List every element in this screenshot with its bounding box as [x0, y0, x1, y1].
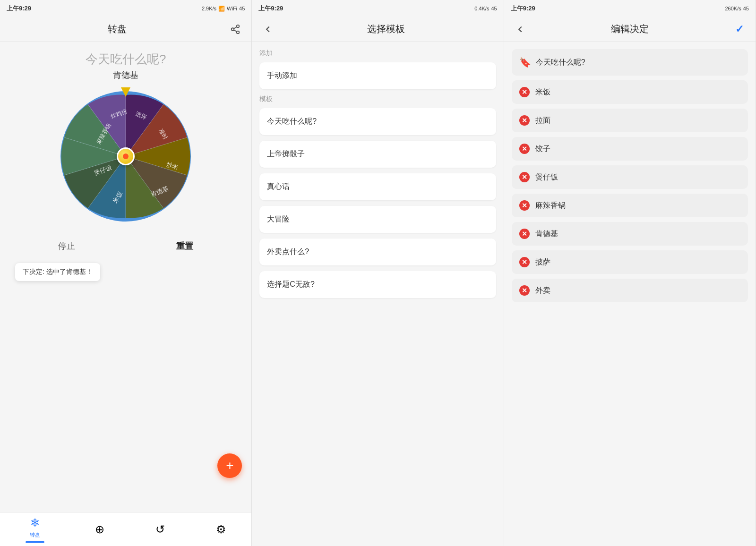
- status-icons-3: 260K/s 45: [725, 6, 749, 11]
- spin-wheel[interactable]: 煲仔饭 麻辣香锅 炸鸡排 选择 准时 炒米 肯德基 米饭: [60, 90, 192, 222]
- svg-point-0: [237, 25, 240, 27]
- svg-line-4: [234, 26, 237, 28]
- status-bar-1: 上午9:29 2.9K/s 📶 WiFi 45: [0, 0, 251, 17]
- appbar-title-2: 选择模板: [276, 23, 496, 35]
- status-time-3: 上午9:29: [511, 4, 535, 13]
- templates-section-label: 模板: [259, 95, 496, 103]
- wheel-pointer-top: [121, 87, 130, 97]
- template-card-1[interactable]: 上帝掷骰子: [259, 141, 496, 168]
- wheel-title: 今天吃什么呢?: [86, 51, 166, 68]
- edit-item-7[interactable]: ✕ 外卖: [512, 279, 748, 302]
- appbar-3: 编辑决定 ✓: [504, 17, 756, 42]
- status-bar-2: 上午9:29 0.4K/s 45: [252, 0, 503, 17]
- edit-item-label-3: 煲仔饭: [535, 172, 558, 182]
- add-nav-icon: ⊕: [95, 523, 104, 536]
- edit-item-6[interactable]: ✕ 披萨: [512, 250, 748, 274]
- nav-item-history[interactable]: ↺: [148, 520, 172, 539]
- status-icons-2: 0.4K/s 45: [474, 6, 497, 11]
- panel-wheel: 上午9:29 2.9K/s 📶 WiFi 45 转盘 今天吃什么呢? 肯德基: [0, 0, 252, 546]
- back-button-3[interactable]: [512, 21, 529, 38]
- manual-add-card[interactable]: 手动添加: [259, 62, 496, 89]
- template-content: 添加 手动添加 模板 今天吃什么呢? 上帝掷骰子 真心话 大冒险 外卖点什么? …: [252, 42, 503, 546]
- delete-icon-3[interactable]: ✕: [519, 172, 530, 182]
- edit-item-label-4: 麻辣香锅: [535, 201, 566, 211]
- reset-button[interactable]: 重置: [162, 237, 207, 256]
- svg-point-2: [237, 31, 240, 34]
- panel-template: 上午9:29 0.4K/s 45 选择模板 添加 手动添加 模板 今天吃什么呢?…: [252, 0, 504, 546]
- settings-nav-icon: ⚙: [216, 523, 226, 536]
- delete-icon-4[interactable]: ✕: [519, 200, 530, 211]
- status-icons-1: 2.9K/s 📶 WiFi 45: [202, 6, 245, 12]
- delete-icon-7[interactable]: ✕: [519, 285, 530, 296]
- bookmark-icon: 🔖: [519, 57, 531, 68]
- wheel-center-dot: [123, 154, 129, 159]
- edit-item-4[interactable]: ✕ 麻辣香锅: [512, 194, 748, 217]
- network-speed-1: 2.9K/s: [202, 6, 216, 11]
- template-card-4[interactable]: 外卖点什么?: [259, 239, 496, 265]
- nav-item-wheel[interactable]: ❄ 转盘: [18, 513, 52, 546]
- edit-item-label-5: 肯德基: [535, 229, 558, 239]
- battery-3: 45: [743, 6, 749, 11]
- svg-line-3: [234, 30, 237, 32]
- add-fab[interactable]: +: [217, 453, 242, 478]
- battery-1: 45: [239, 6, 245, 11]
- edit-item-label-7: 外卖: [535, 286, 550, 296]
- wheel-content: 今天吃什么呢? 肯德基: [0, 42, 251, 512]
- template-card-3[interactable]: 大冒险: [259, 206, 496, 233]
- template-card-5[interactable]: 选择题C无敌?: [259, 271, 496, 298]
- share-button[interactable]: [227, 21, 244, 38]
- confirm-button[interactable]: ✓: [731, 21, 748, 38]
- delete-icon-0[interactable]: ✕: [519, 87, 530, 97]
- add-section-label: 添加: [259, 49, 496, 58]
- status-bar-3: 上午9:29 260K/s 45: [504, 0, 756, 17]
- edit-item-label-0: 米饭: [535, 87, 550, 97]
- wheel-nav-label: 转盘: [30, 531, 40, 538]
- edit-item-3[interactable]: ✕ 煲仔饭: [512, 165, 748, 189]
- delete-icon-5[interactable]: ✕: [519, 229, 530, 239]
- back-button-2[interactable]: [259, 21, 276, 38]
- edit-header-label: 今天吃什么呢?: [536, 58, 585, 68]
- panel-edit: 上午9:29 260K/s 45 编辑决定 ✓ 🔖 今天吃什么呢? ✕ 米饭 ✕…: [504, 0, 756, 546]
- delete-icon-2[interactable]: ✕: [519, 144, 530, 154]
- network-speed-2: 0.4K/s: [474, 6, 489, 11]
- wheel-buttons: 停止 重置: [8, 237, 244, 256]
- wheel-result: 肯德基: [113, 69, 138, 81]
- edit-item-2[interactable]: ✕ 饺子: [512, 137, 748, 161]
- nav-item-add[interactable]: ⊕: [87, 520, 112, 539]
- network-speed-3: 260K/s: [725, 6, 741, 11]
- nav-active-indicator: [26, 541, 44, 543]
- edit-item-1[interactable]: ✕ 拉面: [512, 109, 748, 132]
- wifi-icon-1: WiFi: [227, 6, 237, 11]
- decision-toast: 下决定: 选中了肯德基！: [15, 263, 100, 281]
- edit-item-0[interactable]: ✕ 米饭: [512, 80, 748, 104]
- appbar-title-3: 编辑决定: [529, 23, 731, 35]
- wheel-nav-icon: ❄: [30, 516, 40, 529]
- status-time-2: 上午9:29: [258, 4, 283, 13]
- battery-2: 45: [491, 6, 497, 11]
- signal-icon-1: 📶: [218, 6, 225, 12]
- edit-header-card: 🔖 今天吃什么呢?: [512, 49, 748, 76]
- delete-icon-6[interactable]: ✕: [519, 257, 530, 267]
- status-time-1: 上午9:29: [7, 4, 31, 13]
- svg-point-1: [232, 28, 234, 31]
- history-nav-icon: ↺: [155, 523, 165, 536]
- appbar-2: 选择模板: [252, 17, 503, 42]
- edit-item-5[interactable]: ✕ 肯德基: [512, 222, 748, 246]
- edit-item-label-6: 披萨: [535, 257, 550, 267]
- bottom-navigation: ❄ 转盘 ⊕ ↺ ⚙: [0, 512, 251, 546]
- edit-content: 🔖 今天吃什么呢? ✕ 米饭 ✕ 拉面 ✕ 饺子 ✕ 煲仔饭 ✕ 麻辣香锅 ✕ …: [504, 42, 756, 546]
- edit-item-label-1: 拉面: [535, 116, 550, 126]
- wheel-center-hub: [117, 147, 135, 165]
- stop-button[interactable]: 停止: [44, 237, 89, 256]
- edit-item-label-2: 饺子: [535, 144, 550, 154]
- nav-item-settings[interactable]: ⚙: [208, 520, 234, 539]
- template-card-0[interactable]: 今天吃什么呢?: [259, 108, 496, 135]
- appbar-title-1: 转盘: [8, 23, 227, 35]
- template-card-2[interactable]: 真心话: [259, 173, 496, 200]
- appbar-1: 转盘: [0, 17, 251, 42]
- delete-icon-1[interactable]: ✕: [519, 115, 530, 126]
